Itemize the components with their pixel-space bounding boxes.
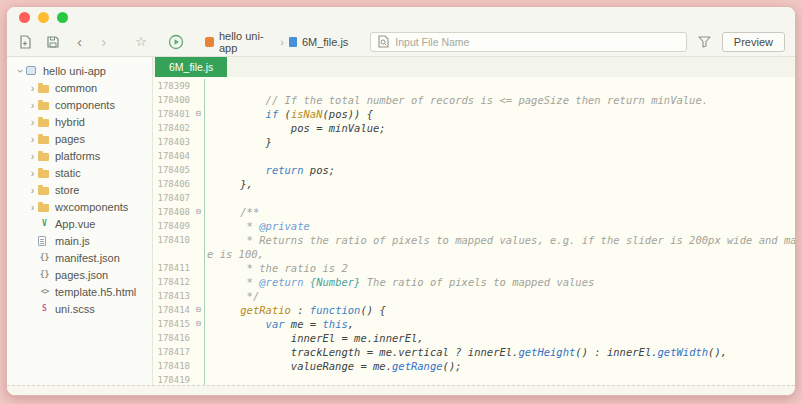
minimize-button[interactable] (38, 12, 49, 23)
code-text: valueRange = me.getRange(); (204, 359, 795, 373)
tree-item-hybrid[interactable]: ›hybrid (7, 113, 152, 130)
title-bar[interactable] (7, 7, 795, 27)
code-line[interactable]: 178415⊟ var me = this, (153, 317, 795, 331)
code-line[interactable]: 178413 */ (153, 289, 795, 303)
code-text: * @return {Number} The ratio of pixels t… (204, 275, 795, 289)
toolbar: ‹ › ☆ hello uni-app › 6M_file.js Preview (7, 27, 795, 57)
code-line[interactable]: 178406 }, (153, 177, 795, 191)
play-circle-icon (168, 34, 184, 50)
tree-item-common[interactable]: ›common (7, 79, 152, 96)
code-text: getRatio : function() { (204, 303, 795, 317)
fold-spacer (193, 289, 204, 303)
breadcrumb-project[interactable]: hello uni-app (219, 30, 275, 54)
code-line[interactable]: 178417 trackLength = me.vertical ? inner… (153, 345, 795, 359)
save-icon (46, 35, 60, 49)
line-number: 178402 (153, 121, 193, 135)
new-file-icon (18, 35, 32, 49)
code-line[interactable]: 178402 pos = minValue; (153, 121, 795, 135)
chevron-right-icon[interactable]: › (27, 133, 38, 145)
code-text: var me = this, (204, 317, 795, 331)
code-line[interactable]: 178399 (153, 79, 795, 93)
code-text: * Returns the ratio of pixels to mapped … (204, 233, 795, 247)
chevron-right-icon[interactable]: › (27, 82, 38, 94)
tree-item-uni-scss[interactable]: Suni.scss (7, 300, 152, 317)
tree-item-pages[interactable]: ›pages (7, 130, 152, 147)
line-number: 178403 (153, 135, 193, 149)
code-line[interactable]: 178408⊟ /** (153, 205, 795, 219)
code-line[interactable]: 178419 (153, 373, 795, 385)
save-button[interactable] (45, 33, 62, 51)
code-line[interactable]: 178401⊟ if (isNaN(pos)) { (153, 107, 795, 121)
code-line[interactable]: 178400 // If the total number of records… (153, 93, 795, 107)
main-area: ›hello uni-app›common›components›hybrid›… (7, 57, 795, 385)
horizontal-scrollbar[interactable] (7, 385, 795, 395)
breadcrumb-file[interactable]: 6M_file.js (302, 36, 348, 48)
code-line[interactable]: 178407 (153, 191, 795, 205)
tree-item-label: main.js (55, 235, 90, 247)
search-input[interactable] (395, 36, 680, 48)
chevron-right-icon[interactable]: › (27, 99, 38, 111)
code-line[interactable]: 178411 * the ratio is 2 (153, 261, 795, 275)
tab-6m-file[interactable]: 6M_file.js (155, 57, 227, 77)
tree-item-label: components (55, 99, 115, 111)
code-line[interactable]: 178416 innerEl = me.innerEl, (153, 331, 795, 345)
code-line[interactable]: 178403 } (153, 135, 795, 149)
code-text: return pos; (204, 163, 795, 177)
code-text (204, 149, 795, 163)
code-line[interactable]: 178409 * @private (153, 219, 795, 233)
file-icon (289, 37, 297, 47)
fold-marker-icon[interactable]: ⊟ (193, 107, 204, 121)
chevron-down-icon[interactable]: › (15, 65, 27, 76)
tree-item-pages-json[interactable]: {}pages.json (7, 266, 152, 283)
run-button[interactable] (168, 34, 184, 50)
tree-item-wxcomponents[interactable]: ›wxcomponents (7, 198, 152, 215)
code-line[interactable]: e is 100, (153, 247, 795, 261)
tree-item-template-h5-html[interactable]: <>template.h5.html (7, 283, 152, 300)
code-line[interactable]: 178418 valueRange = me.getRange(); (153, 359, 795, 373)
tree-item-components[interactable]: ›components (7, 96, 152, 113)
tree-item-main-js[interactable]: main.js (7, 232, 152, 249)
filter-funnel-icon[interactable] (698, 36, 711, 48)
code-area[interactable]: 178399178400 // If the total number of r… (153, 77, 795, 385)
preview-button[interactable]: Preview (722, 32, 785, 52)
tree-item-label: pages (55, 133, 85, 145)
fold-spacer (193, 331, 204, 345)
new-file-button[interactable] (17, 33, 34, 51)
js-icon (38, 236, 46, 246)
code-line[interactable]: 178414⊟ getRatio : function() { (153, 303, 795, 317)
folder-icon (38, 85, 49, 93)
fold-marker-icon[interactable]: ⊟ (193, 317, 204, 331)
tree-item-static[interactable]: ›static (7, 164, 152, 181)
code-line[interactable]: 178410 * Returns the ratio of pixels to … (153, 233, 795, 247)
favorite-button[interactable]: ☆ (135, 34, 147, 49)
zoom-button[interactable] (57, 12, 68, 23)
chevron-right-icon[interactable]: › (27, 167, 38, 179)
fold-marker-icon[interactable]: ⊟ (193, 303, 204, 317)
forward-button[interactable]: › (97, 33, 110, 51)
fold-spacer (193, 359, 204, 373)
code-line[interactable]: 178405 return pos; (153, 163, 795, 177)
code-line[interactable]: 178412 * @return {Number} The ratio of p… (153, 275, 795, 289)
code-line[interactable]: 178404 (153, 149, 795, 163)
tree-item-app-vue[interactable]: VApp.vue (7, 215, 152, 232)
fold-spacer (193, 345, 204, 359)
tree-item-hello-uni-app[interactable]: ›hello uni-app (7, 62, 152, 79)
html-icon: <> (38, 286, 51, 298)
close-button[interactable] (19, 12, 30, 23)
tree-item-store[interactable]: ›store (7, 181, 152, 198)
back-button[interactable]: ‹ (73, 33, 86, 51)
fold-spacer (193, 93, 204, 107)
line-number: 178410 (153, 233, 193, 247)
fold-marker-icon[interactable]: ⊟ (193, 205, 204, 219)
folder-icon (38, 187, 49, 195)
breadcrumb: hello uni-app › 6M_file.js (205, 30, 348, 54)
file-search-box[interactable] (370, 32, 687, 52)
tree-item-manifest-json[interactable]: {}manifest.json (7, 249, 152, 266)
line-number: 178413 (153, 289, 193, 303)
chevron-right-icon[interactable]: › (27, 116, 38, 128)
chevron-right-icon[interactable]: › (27, 184, 38, 196)
tree-item-platforms[interactable]: ›platforms (7, 147, 152, 164)
tree-item-label: template.h5.html (55, 286, 136, 298)
chevron-right-icon[interactable]: › (27, 201, 38, 213)
chevron-right-icon[interactable]: › (27, 150, 38, 162)
